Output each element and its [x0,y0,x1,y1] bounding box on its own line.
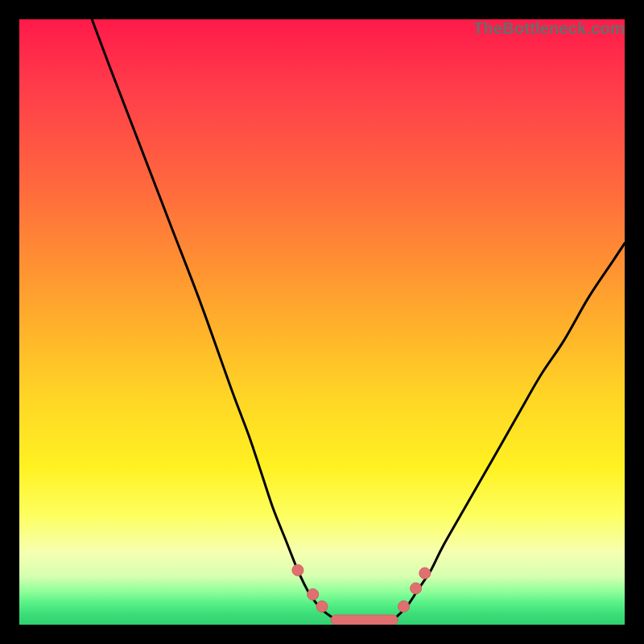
valley-floor-marker [331,615,398,625]
curve-marker [411,583,422,594]
curve-marker [292,564,303,576]
bottleneck-curve [92,19,625,621]
curve-marker [419,568,431,579]
curve-markers [292,564,431,612]
curve-marker [316,601,328,612]
watermark-text: TheBottleneck.com [473,19,625,38]
chart-frame [19,19,625,625]
chart-svg [19,19,625,625]
curve-marker [398,601,410,612]
curve-marker [308,588,319,600]
